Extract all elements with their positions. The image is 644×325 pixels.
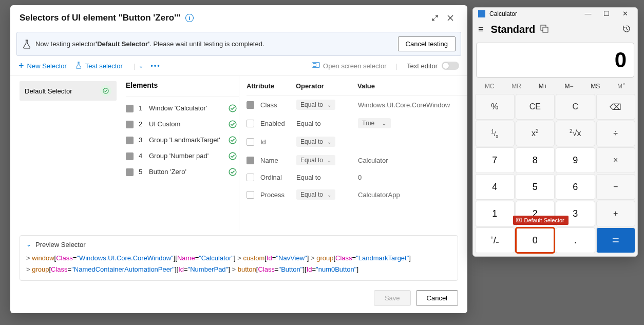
elements-heading: Elements bbox=[126, 81, 239, 89]
key-0[interactable]: 0Default Selector bbox=[516, 227, 555, 253]
plus-icon: + bbox=[18, 61, 24, 70]
key-fn[interactable]: +/− bbox=[475, 227, 515, 253]
checkbox[interactable] bbox=[126, 152, 134, 160]
operator-select[interactable]: Equal to⌄ bbox=[296, 155, 335, 165]
svg-rect-1 bbox=[313, 63, 316, 66]
svg-rect-9 bbox=[543, 27, 548, 32]
key-4[interactable]: 4 bbox=[475, 174, 515, 200]
selectors-list: Default Selector bbox=[10, 76, 121, 231]
check-icon bbox=[100, 85, 111, 97]
element-row[interactable]: 4Group 'Number pad' bbox=[126, 149, 239, 165]
preview-toggle[interactable]: ⌄ Preview Selector bbox=[26, 241, 451, 248]
attribute-row: OrdinalEqual to0 bbox=[247, 169, 467, 185]
key-9[interactable]: 9 bbox=[556, 147, 595, 173]
memory-m−[interactable]: M− bbox=[565, 83, 574, 90]
key-6[interactable]: 6 bbox=[556, 174, 595, 200]
check-icon bbox=[229, 168, 239, 178]
history-button[interactable] bbox=[622, 24, 631, 35]
attr-checkbox[interactable] bbox=[247, 191, 254, 199]
key-×[interactable]: × bbox=[596, 147, 636, 173]
mode-label: Standard bbox=[491, 24, 536, 35]
minimize-button[interactable]: ― bbox=[579, 10, 597, 17]
attr-checkbox[interactable] bbox=[247, 157, 254, 164]
save-button: Save bbox=[374, 290, 411, 306]
new-selector-button[interactable]: +New Selector bbox=[18, 61, 67, 70]
key-1[interactable]: 1 bbox=[475, 201, 515, 226]
key-fn[interactable]: x2 bbox=[516, 121, 555, 146]
calculator-title: Calculator bbox=[489, 10, 579, 17]
test-selector-button[interactable]: Test selector bbox=[75, 62, 123, 70]
test-selector-chevron[interactable]: ⌄ bbox=[139, 63, 143, 69]
memory-row: MCMRM+M−MSM˅ bbox=[473, 81, 637, 94]
attr-checkbox[interactable] bbox=[247, 174, 254, 181]
checkbox[interactable] bbox=[126, 137, 134, 144]
check-icon bbox=[229, 120, 239, 130]
key-8[interactable]: 8 bbox=[516, 147, 555, 173]
col-operator: Operator bbox=[296, 82, 357, 90]
flask-icon bbox=[75, 62, 82, 70]
element-row[interactable]: 3Group 'LandmarkTarget' bbox=[126, 133, 239, 149]
calculator-titlebar: Calculator ― ☐ ✕ bbox=[473, 8, 637, 20]
preview-selector: ⌄ Preview Selector > window[Class="Windo… bbox=[20, 235, 458, 281]
editor-toolbar: +New Selector Test selector | ⌄ ••• Open… bbox=[10, 56, 467, 76]
testing-text-selector: 'Default Selector' bbox=[96, 40, 149, 48]
key-fn[interactable]: 2√x bbox=[556, 121, 595, 146]
checkbox[interactable] bbox=[126, 105, 134, 112]
keep-on-top-button[interactable] bbox=[540, 25, 548, 35]
text-editor-toggle-label: Text editor bbox=[407, 62, 459, 70]
operator-select[interactable]: Equal to⌄ bbox=[296, 189, 335, 200]
cancel-button[interactable]: Cancel bbox=[416, 290, 458, 306]
key-−[interactable]: − bbox=[596, 174, 636, 200]
window-title: Selectors of UI element "Button 'Zero'" bbox=[20, 13, 180, 23]
memory-m+[interactable]: M+ bbox=[539, 83, 547, 90]
close-button[interactable] bbox=[443, 10, 458, 26]
cancel-testing-button[interactable]: Cancel testing bbox=[398, 36, 456, 51]
attribute-row: ProcessEqual to⌄CalculatorApp bbox=[247, 185, 467, 204]
key-⌫[interactable]: ⌫ bbox=[596, 94, 636, 120]
calculator-display: 0 bbox=[476, 43, 634, 78]
attribute-row: IdEqual to⌄ bbox=[247, 132, 467, 151]
menu-button[interactable]: ≡ bbox=[478, 24, 484, 35]
key-CE[interactable]: CE bbox=[516, 94, 555, 120]
key-÷[interactable]: ÷ bbox=[596, 121, 636, 146]
preview-code: > window[Class="Windows.UI.Core.CoreWind… bbox=[26, 253, 451, 275]
key-.[interactable]: . bbox=[556, 227, 595, 253]
checkbox[interactable] bbox=[126, 121, 134, 128]
key-7[interactable]: 7 bbox=[475, 147, 515, 173]
attributes-panel: Attribute Operator Value ClassEqual to⌄W… bbox=[239, 76, 467, 231]
operator-select[interactable]: Equal to⌄ bbox=[296, 137, 335, 147]
calculator-app-icon bbox=[478, 10, 485, 17]
attr-checkbox[interactable] bbox=[247, 120, 254, 127]
more-actions-button[interactable]: ••• bbox=[150, 62, 161, 70]
attr-checkbox[interactable] bbox=[247, 101, 254, 109]
text-editor-toggle[interactable] bbox=[442, 62, 459, 70]
key-fn[interactable]: 1/x bbox=[475, 121, 515, 146]
key-C[interactable]: C bbox=[556, 94, 595, 120]
key-+[interactable]: + bbox=[596, 201, 636, 226]
window-titlebar: Selectors of UI element "Button 'Zero'" … bbox=[10, 5, 467, 28]
expand-button[interactable] bbox=[427, 10, 443, 26]
open-screen-selector-button[interactable]: Open screen selector bbox=[312, 62, 387, 70]
maximize-button[interactable]: ☐ bbox=[597, 10, 616, 17]
col-attribute: Attribute bbox=[247, 82, 296, 90]
attribute-row: NameEqual to⌄Calculator bbox=[247, 151, 467, 169]
value-select[interactable]: True⌄ bbox=[358, 118, 391, 128]
calculator-window: Calculator ― ☐ ✕ ≡ Standard 0 MCMRM+M−MS… bbox=[472, 7, 638, 257]
key-5[interactable]: 5 bbox=[516, 174, 555, 200]
element-row[interactable]: 1Window 'Calculator' bbox=[126, 101, 239, 117]
element-row[interactable]: 5Button 'Zero' bbox=[126, 165, 239, 181]
attribute-row: EnabledEqual toTrue⌄ bbox=[247, 114, 467, 132]
memory-ms[interactable]: MS bbox=[591, 83, 600, 90]
keypad: %CEC⌫1/xx22√x÷789×456−123++/−0Default Se… bbox=[473, 94, 637, 256]
memory-m˅: M˅ bbox=[617, 83, 626, 90]
key-=[interactable]: = bbox=[596, 227, 636, 253]
close-button[interactable]: ✕ bbox=[616, 10, 634, 17]
checkbox[interactable] bbox=[126, 168, 134, 176]
info-icon[interactable]: i bbox=[185, 14, 194, 22]
attr-checkbox[interactable] bbox=[247, 138, 254, 146]
selector-item[interactable]: Default Selector bbox=[20, 81, 117, 101]
element-row[interactable]: 2UI Custom bbox=[126, 117, 239, 133]
key-%[interactable]: % bbox=[475, 94, 515, 120]
operator-select[interactable]: Equal to⌄ bbox=[296, 100, 335, 110]
chevron-down-icon: ⌄ bbox=[26, 241, 31, 248]
